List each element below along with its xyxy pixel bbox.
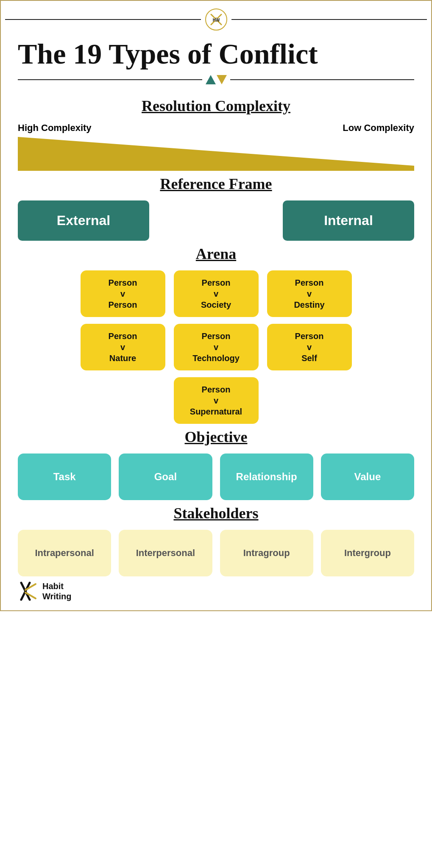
brand-x-icon (18, 581, 39, 602)
external-box: External (18, 200, 149, 241)
list-item: PersonvDestiny (267, 270, 352, 317)
goal-box: Goal (119, 453, 212, 500)
brand-text: Habit Writing (42, 581, 72, 601)
resolution-section: Resolution Complexity High Complexity Lo… (1, 97, 431, 175)
svg-text:HW: HW (212, 18, 220, 22)
stakeholder-boxes: Intrapersonal Interpersonal Intragroup I… (18, 530, 414, 576)
arena-section: Arena PersonvPerson PersonvNature Person… (1, 245, 431, 428)
interpersonal-box: Interpersonal (119, 530, 212, 576)
list-item: PersonvSupernatural (174, 377, 259, 424)
arena-grid: PersonvPerson PersonvNature PersonvSocie… (18, 270, 414, 424)
objective-boxes: Task Goal Relationship Value (18, 453, 414, 500)
low-complexity-label: Low Complexity (343, 122, 414, 134)
objective-title: Objective (18, 428, 414, 446)
ref-boxes: External Internal (18, 200, 414, 241)
internal-box: Internal (283, 200, 414, 241)
intragroup-box: Intragroup (220, 530, 313, 576)
arena-left-col: PersonvPerson PersonvNature (81, 270, 165, 370)
stakeholders-title: Stakeholders (18, 504, 414, 522)
task-box: Task (18, 453, 111, 500)
intrapersonal-box: Intrapersonal (18, 530, 111, 576)
high-complexity-label: High Complexity (18, 122, 92, 134)
list-item: PersonvNature (81, 324, 165, 370)
arrow-down-icon (217, 75, 227, 84)
intergroup-box: Intergroup (321, 530, 414, 576)
value-box: Value (321, 453, 414, 500)
resolution-title: Resolution Complexity (18, 97, 414, 115)
page-wrapper: HW The 19 Types of Conflict Resolution C… (0, 0, 432, 611)
top-logo-bar: HW (1, 1, 431, 34)
list-item: PersonvSelf (267, 324, 352, 370)
reference-section: Reference Frame External Internal (1, 175, 431, 245)
wedge-container (18, 137, 414, 171)
arena-right-col: PersonvDestiny PersonvSelf (267, 270, 352, 370)
arrow-icons (206, 75, 227, 84)
wedge-canvas (18, 137, 414, 171)
page-title: The 19 Types of Conflict (1, 34, 431, 70)
logo-circle: HW (205, 8, 227, 31)
list-item: PersonvSociety (174, 270, 259, 317)
relationship-box: Relationship (220, 453, 313, 500)
objective-section: Objective Task Goal Relationship Value (1, 428, 431, 504)
arrow-up-icon (206, 75, 216, 84)
complexity-labels: High Complexity Low Complexity (18, 122, 414, 134)
stakeholders-section: Stakeholders Intrapersonal Interpersonal… (1, 504, 431, 581)
title-separator (1, 75, 431, 84)
bottom-brand: Habit Writing (1, 581, 431, 610)
arena-mid-col: PersonvSociety PersonvTechnology Personv… (174, 270, 259, 424)
reference-title: Reference Frame (18, 175, 414, 193)
list-item: PersonvPerson (81, 270, 165, 317)
arena-title: Arena (18, 245, 414, 263)
list-item: PersonvTechnology (174, 324, 259, 370)
